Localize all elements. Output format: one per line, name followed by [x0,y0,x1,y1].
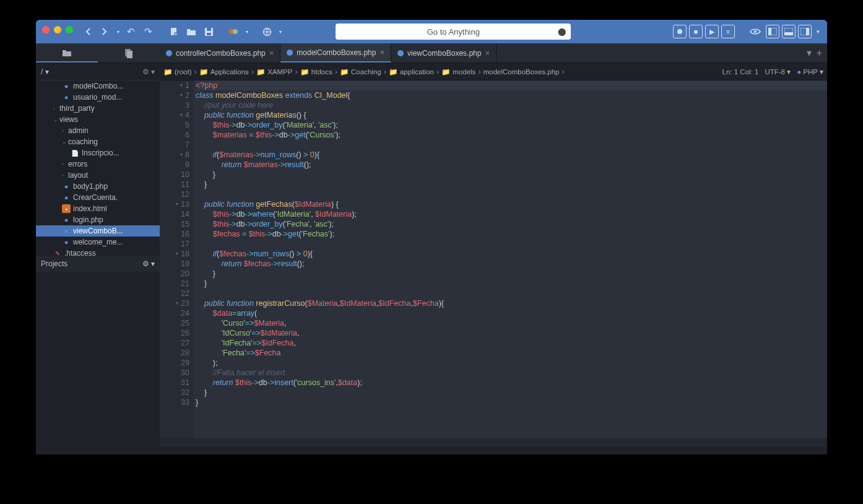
tree-file[interactable]: .htaccess [36,248,160,256]
code-line[interactable]: <?php [196,80,827,90]
tree-file[interactable]: viewComboB... [36,225,160,237]
fold-icon[interactable]: ▾ [176,199,178,209]
fold-icon[interactable]: ▾ [180,150,183,160]
redo-button[interactable]: ↷ [140,24,156,40]
tree-file[interactable]: modelCombo... [36,80,160,92]
tree-file[interactable]: index.html [36,203,160,214]
code-line[interactable]: } [196,180,827,189]
code-line[interactable]: $this->db->order_by('Materia', 'asc'); [196,120,827,130]
sidebar-path-label[interactable]: / ▾ [41,67,49,76]
code-content[interactable]: <?phpclass modelComboBoxes extends CI_Mo… [193,80,827,438]
code-line[interactable]: public function registrarCurso($Materia,… [196,298,827,308]
tree-folder[interactable]: ⌄coaching [36,136,160,147]
record-icon[interactable] [673,25,687,38]
breadcrumb-item[interactable]: modelComboBoxes.php [484,68,560,76]
projects-section-header[interactable]: Projects ⚙ ▾ [36,256,160,272]
sidebar-tab-files[interactable] [36,43,98,63]
encoding-selector[interactable]: UTF-8 ▾ [765,67,791,76]
close-window-button[interactable] [42,26,50,33]
code-line[interactable] [196,189,827,199]
open-file-button[interactable] [183,24,199,40]
new-tab-icon[interactable]: + [817,48,822,59]
stop-icon[interactable]: ■ [689,25,703,38]
code-line[interactable]: ); [196,358,827,368]
tree-file[interactable]: CrearCuenta. [36,192,160,203]
tree-folder[interactable]: ›admin [36,125,160,136]
tree-file[interactable]: Inscripcio... [36,147,160,159]
editor-tab[interactable]: controllerComboBoxes.php× [160,43,280,63]
code-line[interactable]: return $fechas->result(); [196,259,827,269]
code-line[interactable]: 'Curso'=>$Materia, [196,318,827,328]
language-selector[interactable]: ● PHP ▾ [797,67,823,76]
tree-file[interactable]: login.php [36,214,160,225]
code-line[interactable]: 'Fecha'=>$Fecha [196,348,827,358]
new-file-button[interactable] [166,24,182,40]
save-button[interactable] [201,24,217,40]
code-line[interactable]: $materias = $this->db->get('Cursos'); [196,130,827,140]
tree-folder[interactable]: ›third_party [36,103,160,114]
fold-icon[interactable]: ▾ [180,80,183,90]
code-line[interactable]: return $materias->result(); [196,160,827,170]
tree-file[interactable]: body1.php [36,181,160,192]
code-line[interactable]: } [196,269,827,279]
browser-preview-button[interactable] [260,24,284,40]
editor-tab[interactable]: modelComboBoxes.php× [280,43,391,63]
code-line[interactable]: return $this->db->insert('cursos_ins',$d… [196,378,827,388]
breadcrumb-item[interactable]: 📁XAMPP [256,67,292,76]
code-line[interactable]: $fechas = $this->db->get('Fechas'); [196,229,827,239]
code-line[interactable]: public function getMaterias() { [196,110,827,120]
fold-icon[interactable]: ▾ [176,249,178,259]
code-line[interactable]: class modelComboBoxes extends CI_Model{ [196,90,827,100]
panel-left-icon[interactable] [766,25,779,38]
code-line[interactable]: } [196,279,827,289]
panel-right-icon[interactable] [798,25,812,38]
output-icon[interactable]: ≡ [721,25,735,38]
go-to-anything-search[interactable]: Go to Anything ⬤ [336,24,571,40]
breadcrumb-item[interactable]: 📁Coaching [340,67,381,76]
maximize-window-button[interactable] [66,26,73,33]
tree-folder[interactable]: ⌄views [36,114,160,125]
code-line[interactable]: //put your code here [196,100,827,110]
gear-icon[interactable]: ⚙ ▾ [142,67,155,76]
close-icon[interactable]: × [485,48,490,58]
close-icon[interactable]: × [269,48,274,58]
code-line[interactable]: if($materias->num_rows() > 0){ [196,150,827,160]
tree-folder[interactable]: ›errors [36,159,160,170]
editor-tab[interactable]: viewComboBoxes.php× [391,43,497,63]
tree-file[interactable]: welcome_me... [36,237,160,248]
code-line[interactable]: 'IdCurso'=>$IdMateria, [196,328,827,338]
code-line[interactable]: public function getFechas($IdMateria) { [196,199,827,209]
gear-icon[interactable]: ⚙ ▾ [142,259,155,268]
code-line[interactable]: if($fechas->num_rows() > 0){ [196,249,827,259]
code-line[interactable]: //Falta hacer el insert [196,368,827,378]
tree-file[interactable]: usuario_mod... [36,92,160,103]
code-line[interactable]: 'IdFecha'=>$IdFecha, [196,338,827,348]
code-line[interactable]: } [196,398,827,407]
tree-folder[interactable]: ›layout [36,170,160,181]
breadcrumb-item[interactable]: 📁Applications [199,67,249,76]
cursor-position[interactable]: Ln: 1 Col: 1 [722,68,759,76]
panel-bottom-icon[interactable] [782,25,796,38]
code-line[interactable]: $data=array( [196,308,827,318]
undo-button[interactable]: ↶ [123,24,139,40]
breadcrumb-item[interactable]: 📁(root) [163,67,191,76]
eye-icon[interactable] [747,28,763,35]
back-button[interactable] [80,24,97,40]
breadcrumb-item[interactable]: 📁application [389,67,434,76]
code-line[interactable] [196,289,827,298]
macro-button[interactable] [227,24,250,40]
panel-dropdown[interactable]: ▾ [814,28,822,35]
breadcrumb-item[interactable]: 📁models [441,67,475,76]
code-line[interactable] [196,140,827,150]
code-line[interactable]: } [196,388,827,398]
close-icon[interactable]: × [379,48,384,57]
fold-icon[interactable]: ▾ [176,298,178,308]
forward-button[interactable] [98,24,121,40]
tab-menu-icon[interactable]: ▾ [807,47,812,59]
play-icon[interactable]: ▶ [705,25,719,38]
minimize-window-button[interactable] [54,26,61,33]
sidebar-tab-clipboard[interactable] [98,43,160,63]
breadcrumb-item[interactable]: 📁htdocs [300,67,332,76]
code-line[interactable]: $this->db->where('IdMateria', $IdMateria… [196,209,827,219]
code-line[interactable]: $this->db->order_by('Fecha', 'asc'); [196,219,827,229]
